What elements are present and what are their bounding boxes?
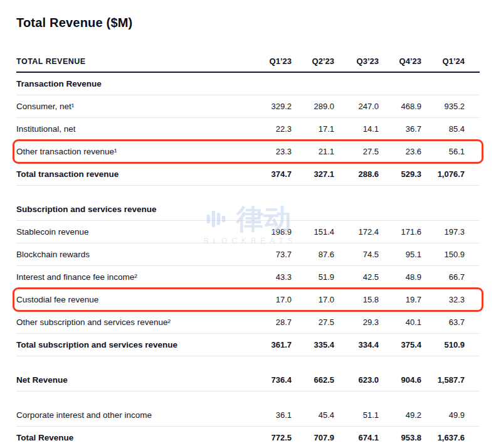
cell-value: 327.1 [292,169,334,179]
table-row: Stablecoin revenue198.9151.4172.4171.619… [16,221,480,243]
cell-value: 23.6 [379,147,421,156]
cell-value: 935.2 [421,102,465,111]
cell-value: 49.2 [379,410,421,420]
cell-value: 27.5 [292,317,334,327]
row-label: Stablecoin revenue [16,227,249,237]
cell-value: 22.3 [249,124,292,134]
row-label: Transaction Revenue [16,79,249,88]
cell-value: 772.5 [249,433,292,442]
cell-value: 172.4 [334,227,379,237]
cell-value: 19.7 [379,295,421,304]
table-row: Net Revenue736.4662.5623.0904.61,587.7 [16,369,480,392]
content-area: Total Revenue ($M) TOTAL REVENUE Q1’23 Q… [16,0,480,448]
cell-value: 29.3 [334,317,379,327]
cell-value: 95.1 [379,250,421,259]
revenue-table: TOTAL REVENUE Q1’23 Q2’23 Q3’23 Q4’23 Q1… [16,51,480,448]
cell-value: 707.9 [292,433,334,442]
cell-value: 468.9 [379,102,421,111]
row-spacer [16,186,480,198]
table-row: Transaction Revenue [16,73,480,95]
column-header-q2-23: Q2’23 [292,56,334,66]
cell-value: 335.4 [292,340,334,349]
cell-value: 48.9 [379,272,421,282]
cell-value: 51.1 [334,410,379,420]
cell-value: 529.3 [379,169,421,179]
cell-value: 14.1 [334,124,379,134]
table-body: Transaction RevenueConsumer, net¹329.228… [16,73,480,448]
cell-value: 1,587.7 [421,375,465,385]
cell-value: 36.1 [249,410,292,420]
row-label: Interest and finance fee income² [16,272,249,282]
row-spacer [16,356,480,369]
cell-value: 375.4 [379,340,421,349]
table-header-label: TOTAL REVENUE [16,57,249,66]
cell-value: 56.1 [421,147,465,156]
cell-value: 28.7 [249,317,292,327]
row-label: Blockchain rewards [16,250,249,259]
cell-value: 73.7 [249,250,292,259]
cell-value: 289.0 [292,102,334,111]
row-label: Consumer, net¹ [16,102,249,111]
cell-value: 42.5 [334,272,379,282]
cell-value: 1,076.7 [421,169,465,179]
table-row: Total subscription and services revenue3… [16,334,480,356]
column-header-q3-23: Q3’23 [334,56,379,66]
cell-value: 510.9 [421,340,465,349]
cell-value: 151.4 [292,227,334,237]
row-label: Corporate interest and other income [16,410,249,420]
table-row: Interest and finance fee income²43.351.9… [16,266,480,289]
cell-value: 171.6 [379,227,421,237]
cell-value: 17.0 [249,295,292,304]
cell-value: 51.9 [292,272,334,282]
cell-value: 63.7 [421,317,465,327]
cell-value: 736.4 [249,375,292,385]
report-page: Total Revenue ($M) TOTAL REVENUE Q1’23 Q… [0,0,496,448]
table-row: Corporate interest and other income36.14… [16,404,480,427]
cell-value: 288.6 [334,169,379,179]
table-row: Total transaction revenue374.7327.1288.6… [16,163,480,186]
cell-value: 87.6 [292,250,334,259]
table-row-highlighted: Other transaction revenue¹23.321.127.523… [16,141,480,163]
table-row: Consumer, net¹329.2289.0247.0468.9935.2 [16,95,480,118]
row-label: Total transaction revenue [16,169,249,179]
row-label: Net Revenue [16,375,249,385]
row-label: Total Revenue [16,433,249,442]
cell-value: 674.1 [334,433,379,442]
row-label: Institutional, net [16,124,249,134]
table-row: Subscription and services revenue [16,198,480,221]
cell-value: 150.9 [421,250,465,259]
cell-value: 17.0 [292,295,334,304]
cell-value: 17.1 [292,124,334,134]
cell-value: 197.3 [421,227,465,237]
row-label: Total subscription and services revenue [16,340,249,349]
cell-value: 247.0 [334,102,379,111]
cell-value: 23.3 [249,147,292,156]
table-row: Total Revenue772.5707.9674.1953.81,637.6 [16,427,480,448]
cell-value: 66.7 [421,272,465,282]
table-header-row: TOTAL REVENUE Q1’23 Q2’23 Q3’23 Q4’23 Q1… [16,51,480,73]
table-row: Other subscription and services revenue²… [16,311,480,334]
table-row: Blockchain rewards73.787.674.595.1150.9 [16,243,480,266]
cell-value: 361.7 [249,340,292,349]
cell-value: 43.3 [249,272,292,282]
cell-value: 1,637.6 [421,433,465,442]
cell-value: 40.1 [379,317,421,327]
cell-value: 329.2 [249,102,292,111]
row-label: Other subscription and services revenue² [16,317,249,327]
table-row-highlighted: Custodial fee revenue17.017.015.819.732.… [16,289,480,311]
cell-value: 904.6 [379,375,421,385]
cell-value: 15.8 [334,295,379,304]
row-label: Custodial fee revenue [16,295,249,304]
cell-value: 36.7 [379,124,421,134]
cell-value: 198.9 [249,227,292,237]
cell-value: 953.8 [379,433,421,442]
page-title: Total Revenue ($M) [16,16,480,30]
cell-value: 32.3 [421,295,465,304]
cell-value: 623.0 [334,375,379,385]
cell-value: 85.4 [421,124,465,134]
cell-value: 374.7 [249,169,292,179]
cell-value: 21.1 [292,147,334,156]
row-label: Other transaction revenue¹ [16,147,249,156]
column-header-q4-23: Q4’23 [379,56,421,66]
table-row: Institutional, net22.317.114.136.785.4 [16,118,480,141]
